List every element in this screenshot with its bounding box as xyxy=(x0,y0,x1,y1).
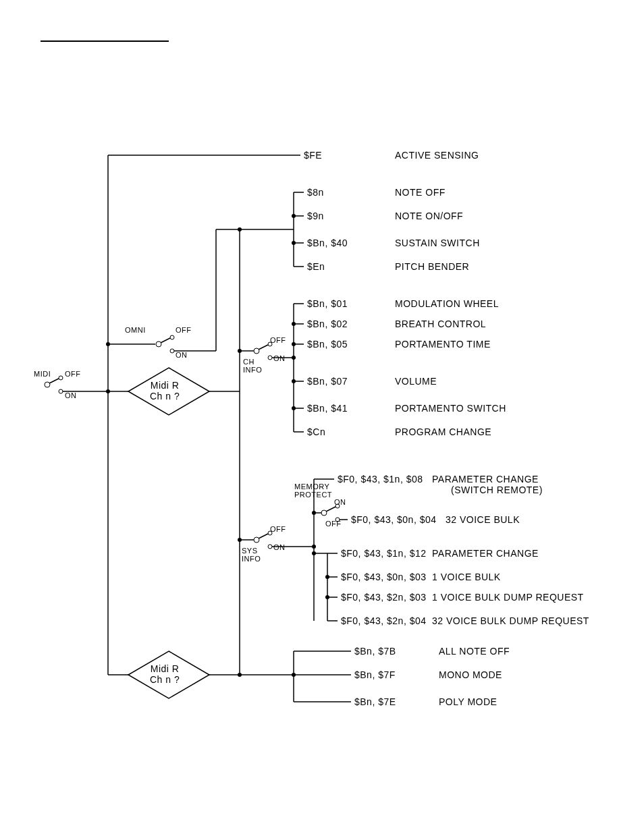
g4b-desc-2: 1 VOICE BULK DUMP REQUEST xyxy=(432,592,584,603)
svg-point-18 xyxy=(106,389,110,393)
g2-desc-2: SUSTAIN SWITCH xyxy=(395,238,480,248)
g3-code-1: $Bn, $02 xyxy=(307,319,348,329)
g4b-desc-1: 1 VOICE BULK xyxy=(432,572,501,582)
g2-desc-3: PITCH BENDER xyxy=(395,261,469,272)
svg-point-46 xyxy=(292,379,296,383)
svg-point-8 xyxy=(156,341,161,347)
svg-point-72 xyxy=(325,575,329,579)
svg-point-73 xyxy=(325,595,329,599)
g3-code-0: $Bn, $01 xyxy=(307,298,348,309)
chinfo-switch-label: CH INFO xyxy=(243,358,262,374)
memprot-off-label: OFF xyxy=(325,520,342,528)
midi-on-label: ON xyxy=(65,391,77,399)
svg-point-34 xyxy=(238,349,242,353)
omni-switch-label: OMNI xyxy=(125,326,146,334)
g2-code-3: $En xyxy=(307,261,325,272)
midi-switch-label: MIDI xyxy=(34,370,51,378)
svg-point-31 xyxy=(268,356,272,360)
g2-code-1: $9n xyxy=(307,211,324,221)
svg-point-29 xyxy=(254,348,259,354)
svg-point-28 xyxy=(238,227,242,231)
g3-code-4: $Bn, $41 xyxy=(307,403,348,414)
svg-point-10 xyxy=(170,349,174,353)
svg-point-78 xyxy=(238,673,242,677)
svg-line-11 xyxy=(161,338,170,343)
svg-line-52 xyxy=(259,534,268,538)
g1-desc-0: ACTIVE SENSING xyxy=(395,150,479,161)
svg-point-69 xyxy=(312,511,316,515)
svg-point-51 xyxy=(268,545,272,549)
midi-off-label: OFF xyxy=(65,370,81,378)
omni-on-label: ON xyxy=(176,351,188,359)
g4b-code-1: $F0, $43, $0n, $03 xyxy=(341,572,427,582)
memprot-switch-label: MEMORY PROTECT xyxy=(294,482,332,499)
decision-2-label: Midi R Ch n ? xyxy=(150,663,180,685)
svg-line-32 xyxy=(259,345,268,350)
g3-desc-5: PROGRAM CHANGE xyxy=(395,426,491,437)
svg-point-57 xyxy=(321,510,327,516)
g3-code-5: $Cn xyxy=(307,426,325,437)
g4b-code-3: $F0, $43, $2n, $04 xyxy=(341,615,427,626)
g5-code-2: $Bn, $7E xyxy=(354,696,396,707)
svg-point-9 xyxy=(170,335,174,339)
g5-code-1: $Bn, $7F xyxy=(354,669,396,680)
g4a-code-0: $F0, $43, $1n, $08 xyxy=(338,474,423,485)
omni-off-label: OFF xyxy=(176,326,192,334)
svg-point-70 xyxy=(312,545,316,549)
svg-point-43 xyxy=(292,322,296,326)
svg-point-49 xyxy=(254,537,259,543)
g2-code-0: $8n xyxy=(307,187,324,198)
g5-desc-2: POLY MODE xyxy=(439,696,497,707)
g3-code-2: $Bn, $05 xyxy=(307,339,348,350)
svg-point-44 xyxy=(292,342,296,346)
g4b-code-0: $F0, $43, $1n, $12 xyxy=(341,548,427,559)
g3-desc-1: BREATH CONTROL xyxy=(395,319,486,329)
decision-1-label: Midi R Ch n ? xyxy=(150,380,180,402)
svg-point-0 xyxy=(45,382,50,387)
memprot-on-label: ON xyxy=(334,498,346,506)
svg-point-1 xyxy=(59,376,63,380)
svg-line-60 xyxy=(326,507,336,511)
sysinfo-switch-label: SYS INFO xyxy=(242,547,261,563)
svg-point-26 xyxy=(292,241,296,245)
g5-desc-0: ALL NOTE OFF xyxy=(439,646,510,657)
g2-desc-0: NOTE OFF xyxy=(395,187,446,198)
g2-desc-1: NOTE ON/OFF xyxy=(395,211,463,221)
g5-desc-1: MONO MODE xyxy=(439,669,502,680)
g4b-desc-0: PARAMETER CHANGE xyxy=(432,548,539,559)
g1-code-0: $FE xyxy=(304,150,322,161)
g4a-code-1: $F0, $43, $0n, $04 xyxy=(351,514,437,525)
g4a-desc2-0: (SWITCH REMOTE) xyxy=(451,485,543,495)
g4a-desc-0: PARAMETER CHANGE xyxy=(432,474,539,485)
svg-line-3 xyxy=(49,379,59,383)
g2-code-2: $Bn, $40 xyxy=(307,238,348,248)
g4a-desc-1: 32 VOICE BULK xyxy=(446,514,520,525)
sysinfo-on-label: ON xyxy=(273,543,286,551)
chinfo-off-label: OFF xyxy=(270,336,286,344)
g5-code-0: $Bn, $7B xyxy=(354,646,396,657)
sysinfo-off-label: OFF xyxy=(270,525,286,533)
g3-code-3: $Bn, $07 xyxy=(307,376,348,387)
flow-svg xyxy=(0,0,644,830)
g4b-desc-3: 32 VOICE BULK DUMP REQUEST xyxy=(432,615,589,626)
g4b-code-2: $F0, $43, $2n, $03 xyxy=(341,592,427,603)
svg-point-45 xyxy=(292,356,296,360)
svg-point-47 xyxy=(292,406,296,410)
g3-desc-3: VOLUME xyxy=(395,376,437,387)
svg-point-2 xyxy=(59,389,63,393)
svg-point-17 xyxy=(106,342,110,346)
svg-point-25 xyxy=(292,214,296,218)
chinfo-on-label: ON xyxy=(273,354,286,362)
g3-desc-2: PORTAMENTO TIME xyxy=(395,339,491,350)
g3-desc-4: PORTAMENTO SWITCH xyxy=(395,403,506,414)
svg-point-83 xyxy=(292,673,296,677)
g3-desc-0: MODULATION WHEEL xyxy=(395,298,499,309)
svg-point-71 xyxy=(312,551,316,555)
